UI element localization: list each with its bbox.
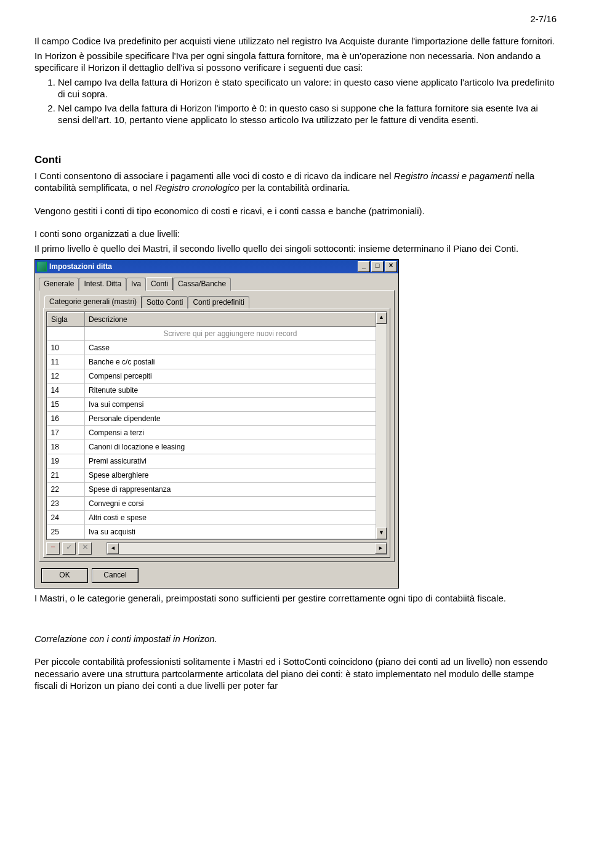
cell-descrizione[interactable]: Canoni di locazione e leasing (85, 440, 376, 454)
cell-sigla[interactable]: 22 (47, 483, 85, 497)
cell-descrizione[interactable]: Ritenute subite (85, 384, 376, 398)
table-row[interactable]: 25Iva su acquisti (47, 525, 376, 539)
table-row[interactable]: 14Ritenute subite (47, 384, 376, 398)
conti-heading: Conti (34, 154, 557, 166)
conti-paragraph-3a: I conti sono organizzati a due livelli: (34, 228, 557, 240)
table-row[interactable]: 16Personale dipendente (47, 412, 376, 426)
delete-row-button[interactable]: − (46, 542, 60, 555)
table-row[interactable]: 19Premi assicurativi (47, 454, 376, 468)
scroll-right-button[interactable]: ► (375, 543, 387, 554)
titlebar[interactable]: Impostazioni ditta _ □ × (35, 260, 398, 273)
ok-button[interactable]: OK (41, 568, 88, 583)
cell-descrizione[interactable]: Personale dipendente (85, 412, 376, 426)
page-number: 2-7/16 (34, 14, 557, 24)
cell-sigla[interactable]: 12 (47, 369, 85, 384)
table-row[interactable]: 23Convegni e corsi (47, 497, 376, 511)
cell-sigla[interactable]: 19 (47, 454, 85, 468)
table-row[interactable]: 11Banche e c/c postali (47, 355, 376, 369)
table-row[interactable]: 18Canoni di locazione e leasing (47, 440, 376, 454)
case-list: Nel campo Iva della fattura di Horizon è… (47, 76, 557, 126)
tab-cassa-banche[interactable]: Cassa/Banche (173, 278, 231, 291)
conti-paragraph-3b: Il primo livello è quello dei Mastri, il… (34, 243, 557, 255)
subtab-categorie-generali[interactable]: Categorie generali (mastri) (44, 295, 142, 308)
conti-paragraph-2: Vengono gestiti i conti di tipo economic… (34, 205, 557, 217)
correlazione-heading: Correlazione con i conti impostati in Ho… (34, 633, 557, 645)
cell-sigla[interactable]: 24 (47, 511, 85, 525)
cancel-row-button[interactable]: ✕ (78, 542, 92, 555)
conti-tab-pane: Categorie generali (mastri) Sotto Conti … (39, 290, 395, 562)
paragraph-horizon-intro: In Horizon è possibile specificare l'Iva… (34, 50, 557, 74)
cell-descrizione[interactable]: Convegni e corsi (85, 497, 376, 511)
confirm-row-button[interactable]: ✓ (62, 542, 76, 555)
cell-descrizione[interactable]: Spese alberghiere (85, 468, 376, 483)
scroll-track[interactable] (376, 324, 387, 528)
vertical-scrollbar[interactable]: ▲ ▼ (376, 312, 387, 539)
scroll-down-button[interactable]: ▼ (376, 528, 387, 539)
table-row[interactable]: 21Spese alberghiere (47, 468, 376, 483)
col-descrizione[interactable]: Descrizione (85, 313, 376, 327)
last-paragraph: Per piccole contabilità professionisti s… (34, 656, 557, 692)
subtab-conti-predefiniti[interactable]: Conti predefiniti (188, 296, 249, 308)
cell-sigla[interactable]: 15 (47, 398, 85, 412)
tab-conti[interactable]: Conti (146, 277, 173, 290)
cell-descrizione[interactable]: Banche e c/c postali (85, 355, 376, 369)
table-row[interactable]: 12Compensi percepiti (47, 369, 376, 384)
cell-sigla[interactable]: 18 (47, 440, 85, 454)
cell-descrizione[interactable]: Iva su acquisti (85, 525, 376, 539)
table-row[interactable]: 15Iva sui compensi (47, 398, 376, 412)
after-window-paragraph: I Mastri, o le categorie generali, preim… (34, 592, 557, 605)
conti-paragraph-1: I Conti consentono di associare i pagame… (34, 170, 557, 194)
table-row[interactable]: 24Altri costi e spese (47, 511, 376, 525)
categorie-generali-pane: Sigla Descrizione Scrivere qui per aggiu… (43, 308, 390, 558)
cell-sigla[interactable]: 17 (47, 426, 85, 440)
sub-tabs: Categorie generali (mastri) Sotto Conti … (42, 294, 392, 308)
dialog-buttons: OK Cancel (35, 562, 398, 588)
cell-sigla[interactable]: 23 (47, 497, 85, 511)
scroll-up-button[interactable]: ▲ (376, 312, 387, 324)
cell-sigla[interactable]: 11 (47, 355, 85, 369)
tab-iva[interactable]: Iva (126, 278, 146, 291)
table-row[interactable]: 17Compensi a terzi (47, 426, 376, 440)
cell-sigla[interactable]: 14 (47, 384, 85, 398)
main-tabs: Generale Intest. Ditta Iva Conti Cassa/B… (35, 273, 398, 290)
cell-descrizione[interactable]: Altri costi e spese (85, 511, 376, 525)
mastri-grid[interactable]: Sigla Descrizione Scrivere qui per aggiu… (46, 311, 387, 540)
tab-generale[interactable]: Generale (39, 278, 79, 291)
impostazioni-ditta-window: Impostazioni ditta _ □ × Generale Intest… (34, 259, 399, 589)
cell-descrizione[interactable]: Compensi a terzi (85, 426, 376, 440)
minimize-button[interactable]: _ (358, 261, 370, 272)
cell-descrizione[interactable]: Premi assicurativi (85, 454, 376, 468)
window-icon (37, 262, 47, 271)
cell-sigla[interactable]: 21 (47, 468, 85, 483)
cell-sigla[interactable]: 25 (47, 525, 85, 539)
close-button[interactable]: × (385, 261, 397, 272)
scroll-left-button[interactable]: ◄ (107, 543, 119, 554)
cell-descrizione[interactable]: Compensi percepiti (85, 369, 376, 384)
table-row[interactable]: 10Casse (47, 341, 376, 355)
cell-descrizione[interactable]: Iva sui compensi (85, 398, 376, 412)
case-1: Nel campo Iva della fattura di Horizon è… (58, 76, 557, 100)
cancel-button[interactable]: Cancel (92, 568, 139, 583)
cell-sigla[interactable]: 10 (47, 341, 85, 355)
grid-toolbar: − ✓ ✕ ◄ ► (46, 540, 387, 555)
cell-sigla[interactable]: 16 (47, 412, 85, 426)
maximize-button[interactable]: □ (371, 261, 384, 272)
new-row[interactable]: Scrivere qui per aggiungere nuovi record (47, 327, 376, 341)
horizontal-scrollbar[interactable]: ◄ ► (107, 542, 387, 555)
col-sigla[interactable]: Sigla (47, 313, 85, 327)
new-row-hint: Scrivere qui per aggiungere nuovi record (85, 327, 376, 341)
table-row[interactable]: 22Spese di rappresentanza (47, 483, 376, 497)
case-2: Nel campo Iva della fattura di Horizon l… (58, 102, 557, 126)
tab-intest-ditta[interactable]: Intest. Ditta (79, 278, 126, 291)
window-title: Impostazioni ditta (49, 262, 112, 271)
cell-descrizione[interactable]: Spese di rappresentanza (85, 483, 376, 497)
cell-descrizione[interactable]: Casse (85, 341, 376, 355)
paragraph-codice-iva: Il campo Codice Iva predefinito per acqu… (34, 35, 557, 47)
subtab-sotto-conti[interactable]: Sotto Conti (142, 296, 188, 308)
